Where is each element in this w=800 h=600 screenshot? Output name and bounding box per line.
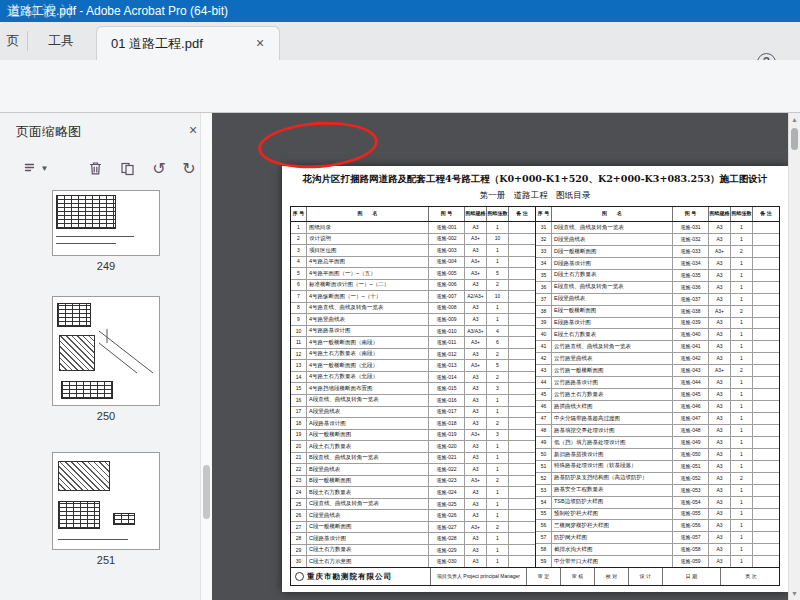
catalog-cell: 路基安全工程数量表 [552, 485, 673, 496]
catalog-cell: 1 [731, 234, 753, 245]
close-tab-icon[interactable]: × [251, 35, 269, 53]
catalog-cell [509, 430, 535, 441]
catalog-cell [509, 257, 535, 268]
panel-scrollbar-thumb[interactable] [203, 465, 210, 519]
tab-tools[interactable]: 工具 [30, 22, 92, 60]
catalog-cell: 2 [487, 372, 509, 383]
extract-pages-icon[interactable] [114, 155, 140, 181]
table-header-cell: 序 号 [291, 207, 307, 221]
catalog-cell: 道施-004 [429, 257, 465, 268]
document-scrollbar[interactable]: ▲ ▼ [788, 113, 800, 600]
catalog-cell: B段土石方数量表 [307, 487, 429, 498]
catalog-cell: A3 [465, 556, 487, 567]
catalog-cell: 道施-015 [429, 383, 465, 394]
catalog-cell: 31 [536, 222, 552, 233]
catalog-row: 46路拱曲线大样图道施-046A31 [536, 401, 779, 413]
catalog-row: 124号路土石方数量表（南段）道施-012A32 [291, 349, 535, 361]
tab-document[interactable]: 01 道路工程.pdf × [96, 26, 280, 60]
catalog-cell: A3+ [465, 234, 487, 245]
catalog-cell: 道施-014 [429, 372, 465, 383]
catalog-cell: 道施-003 [429, 245, 465, 256]
catalog-row: 1图纸目录道施-001A31 [291, 222, 535, 234]
catalog-cell: 中央分隔带路基超高过渡图 [552, 413, 673, 424]
table-header-cell: 图纸规格 [709, 207, 731, 221]
catalog-row: 38E段一般横断面图道施-038A3+2 [536, 306, 779, 318]
table-header-cell: 备 注 [509, 207, 535, 221]
drawing-title: 花沟片区打捆路网道路及配套工程4号路工程（K0+000-K1+520、K2+00… [282, 173, 788, 186]
catalog-cell: 11 [291, 337, 307, 348]
catalog-cell: 1 [731, 437, 753, 448]
catalog-cell: A3+ [465, 268, 487, 279]
delete-pages-icon[interactable] [82, 155, 108, 181]
panel-scrollbar[interactable] [200, 113, 212, 600]
catalog-cell: A3 [465, 453, 487, 464]
catalog-cell: D段路基设计图 [552, 258, 673, 269]
catalog-cell: A3 [709, 389, 731, 400]
catalog-cell: 50 [536, 449, 552, 460]
catalog-header-row: 序 号图 名图 号图纸规格图纸张数备 注 [291, 207, 535, 222]
catalog-left-half: 序 号图 名图 号图纸规格图纸张数备 注 1图纸目录道施-001A312设计说明… [291, 207, 535, 567]
catalog-cell: 道施-031 [673, 222, 709, 233]
catalog-cell: 图纸目录 [307, 222, 429, 233]
catalog-cell: A段竖曲线表 [307, 407, 429, 418]
catalog-cell: A3 [709, 497, 731, 508]
catalog-cell: 24 [291, 487, 307, 498]
thumbnail-sketch [58, 461, 110, 491]
catalog-cell: 10 [487, 234, 509, 245]
catalog-cell: 2 [291, 234, 307, 245]
catalog-cell: 道施-032 [673, 234, 709, 245]
catalog-row: 56三横网穿模护栏大样图道施-056A31 [536, 520, 779, 532]
catalog-cell: A段路基设计图 [307, 418, 429, 429]
catalog-cell: 2 [487, 476, 509, 487]
table-header-cell: 图纸规格 [465, 207, 487, 221]
catalog-cell: 1 [731, 425, 753, 436]
catalog-cell: A3 [709, 485, 731, 496]
page-thumbnail-251[interactable] [52, 452, 160, 550]
page-thumbnail-250[interactable] [52, 296, 160, 406]
catalog-cell [753, 461, 779, 472]
catalog-cell: A3+ [465, 430, 487, 441]
catalog-cell: 1 [731, 544, 753, 555]
catalog-cell [509, 545, 535, 556]
thumbnail-options-icon[interactable]: ▼ [18, 155, 52, 181]
tab-separator [27, 31, 28, 51]
catalog-cell [509, 337, 535, 348]
catalog-row: 18A段路基设计图道施-018A32 [291, 418, 535, 430]
catalog-cell: E段直线、曲线及转角一览表 [552, 282, 673, 293]
catalog-cell: 新旧路基搭接设计图 [552, 449, 673, 460]
catalog-row: 54TSB边坡防护大样图道施-054A31 [536, 497, 779, 509]
catalog-cell: 47 [536, 413, 552, 424]
title-block-cell: 设 计 [629, 568, 663, 585]
company-name: 重庆市勘测院有限公司 [307, 572, 392, 582]
scrollbar-down-arrow[interactable]: ▼ [789, 587, 800, 600]
catalog-cell: 34 [536, 258, 552, 269]
catalog-cell: 3 [487, 383, 509, 394]
tab-home[interactable]: 页 [0, 22, 26, 60]
catalog-cell: A3+ [465, 337, 487, 348]
catalog-cell: 19 [291, 430, 307, 441]
catalog-row: 154号路挡墙段横断面布置图道施-015A33 [291, 383, 535, 395]
catalog-cell: 道施-045 [673, 389, 709, 400]
scrollbar-up-arrow[interactable]: ▲ [789, 113, 800, 126]
catalog-cell: 道施-007 [429, 291, 465, 302]
page-thumbnail-249[interactable] [52, 190, 160, 256]
rotate-cw-icon[interactable]: ↻ [176, 155, 202, 181]
catalog-row: 34D段路基设计图道施-034A31 [536, 258, 779, 270]
catalog-cell: 设计说明 [307, 234, 429, 245]
rotate-ccw-icon[interactable]: ↺ [146, 155, 172, 181]
catalog-row: 48路基填挖交界处理设计图道施-048A31 [536, 425, 779, 437]
catalog-cell: 2 [487, 349, 509, 360]
title-block-cell: 日 期 [663, 568, 721, 585]
catalog-cell: 三横网穿模护栏大样图 [552, 520, 673, 531]
catalog-cell [509, 510, 535, 521]
catalog-cell: 1 [731, 222, 753, 233]
catalog-cell: A3 [465, 280, 487, 291]
catalog-row: 33D段一般横断面图道施-033A3+2 [536, 246, 779, 258]
catalog-cell: 道施-023 [429, 476, 465, 487]
catalog-cell: 1 [731, 294, 753, 305]
scrollbar-thumb[interactable] [791, 128, 798, 150]
catalog-cell: 防护网大样图 [552, 532, 673, 543]
catalog-cell: 4号路路基设计图 [307, 326, 429, 337]
catalog-cell: 2 [731, 473, 753, 484]
catalog-row: 32D段竖曲线表道施-032A31 [536, 234, 779, 246]
